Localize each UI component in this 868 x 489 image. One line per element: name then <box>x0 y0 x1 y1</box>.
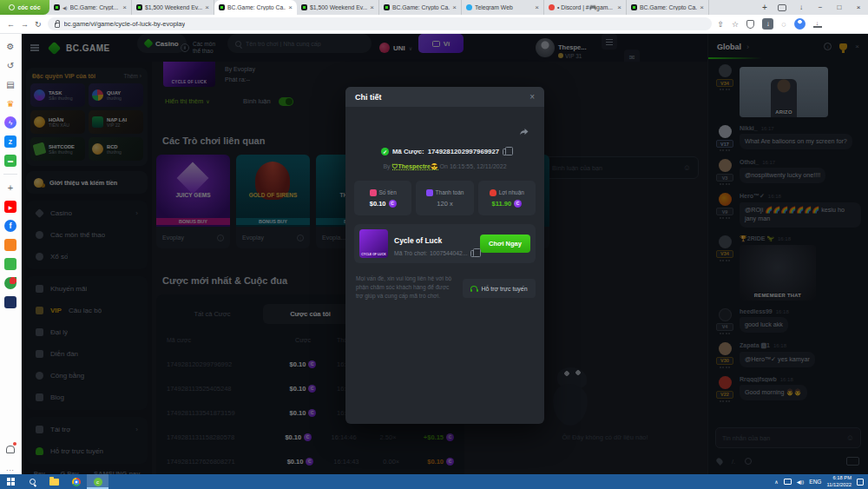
coin-icon <box>389 200 397 208</box>
back-icon[interactable]: ← <box>7 20 15 29</box>
clock[interactable]: 6:18 PM11/12/2022 <box>826 475 852 487</box>
browser-sidebar-icon[interactable] <box>4 277 16 289</box>
tab-close-icon[interactable] <box>452 3 457 11</box>
sidebar-bell-icon[interactable] <box>4 443 16 455</box>
modal-game-thumbnail[interactable]: CYCLE OF LUCK <box>359 229 388 258</box>
headset-icon <box>470 286 477 290</box>
play-now-button[interactable]: Chơi Ngay <box>480 235 530 253</box>
action-center-icon[interactable] <box>857 479 864 486</box>
browser-sidebar-icon[interactable] <box>4 239 16 251</box>
close-button[interactable]: × <box>849 0 868 15</box>
language-indicator[interactable]: ENG <box>809 479 821 485</box>
new-tab-button[interactable]: + <box>757 0 773 15</box>
lock-icon[interactable] <box>55 23 60 28</box>
folder-icon <box>49 479 59 486</box>
address-bar[interactable]: bc.game/vi/game/cycle-of-luck-by-evoplay <box>48 17 712 30</box>
browser-sidebar-icon[interactable] <box>4 135 16 148</box>
system-tray: ∧ ◀)) ENG 6:18 PM11/12/2022 <box>774 475 868 487</box>
share-icon[interactable]: ⇧ <box>718 20 725 29</box>
adblock-shield-icon[interactable] <box>746 20 754 29</box>
browser-sidebar: ... <box>0 34 22 474</box>
browser-sidebar-icon[interactable] <box>4 97 16 109</box>
browser-tab[interactable]: BC.Game: Crypto Ca... <box>379 0 462 15</box>
browser-tab[interactable]: BC.Game: Crypto Ca... <box>214 0 297 15</box>
download-active-icon[interactable]: ↓ <box>762 18 773 30</box>
tab-close-icon[interactable] <box>122 3 127 11</box>
browser-sidebar-icon[interactable] <box>4 155 16 167</box>
browser-sidebar-icon[interactable] <box>4 296 16 308</box>
tab-favicon <box>54 4 60 10</box>
browser-sidebar-icon[interactable] <box>4 220 16 232</box>
browser-sidebar-icon[interactable] <box>4 201 16 213</box>
browser-sidebar-icon[interactable] <box>3 174 17 175</box>
modal-close-icon[interactable] <box>529 92 535 102</box>
browser-tab[interactable]: $1,500 Weekend Ev... <box>132 0 214 15</box>
copy-icon[interactable] <box>470 250 477 257</box>
taskbar-chrome[interactable] <box>65 474 87 489</box>
tab-favicon <box>384 4 390 10</box>
stat-icon <box>426 189 433 196</box>
bet-details-modal: Chi tiết Mã Cược: 1749281202997969927 By… <box>345 87 544 424</box>
browser-sidebar-icon[interactable] <box>4 59 16 71</box>
taskbar-explorer[interactable] <box>43 474 65 489</box>
tab-audio-icon[interactable] <box>62 5 68 10</box>
browser-sidebar-icon[interactable] <box>4 116 16 129</box>
forward-icon[interactable]: → <box>21 20 29 29</box>
share-icon[interactable] <box>519 127 529 137</box>
modal-game-card: CYCLE OF LUCK Cycle of Luck Mã Trò chơi:… <box>354 224 536 263</box>
live-support-button[interactable]: Hỗ trợ trực tuyến <box>463 279 536 298</box>
copy-icon[interactable] <box>503 149 509 155</box>
browser-tab[interactable]: BC.Game: Crypt... <box>49 0 132 15</box>
tab-favicon <box>631 4 637 10</box>
modal-game-name: Cycle of Luck <box>394 236 442 245</box>
pin-window-icon[interactable]: ↓ <box>792 0 811 15</box>
coin-icon <box>514 200 522 208</box>
browser-sidebar-icon[interactable] <box>4 258 16 270</box>
tab-close-icon[interactable] <box>535 3 539 11</box>
browser-sidebar-icon[interactable] <box>4 40 16 52</box>
notification-bell-icon[interactable]: ◌ <box>781 20 786 29</box>
bookmark-icon[interactable]: ☆ <box>732 20 739 29</box>
browser-tab[interactable]: BC.Game: Crypto Ca... <box>627 0 709 15</box>
browser-tab[interactable]: $1,500 Weekend Ev... <box>297 0 379 15</box>
downloads-tray-icon[interactable]: ↓ <box>813 21 822 28</box>
game-id-value: 1007544042... <box>430 250 467 256</box>
modal-support-row: Mọi vấn đề, xin vui lòng liên hệ với bộ … <box>356 274 536 301</box>
minimize-button[interactable]: − <box>811 0 830 15</box>
screen: cốc cốc BC.Game: Crypt... $1,500 Weekend… <box>0 0 868 489</box>
sidebar-more-icon[interactable]: ... <box>4 462 16 474</box>
coccoc-logo[interactable]: cốc cốc <box>0 0 49 15</box>
browser-profile-avatar[interactable] <box>794 18 806 30</box>
reload-icon[interactable]: ↻ <box>35 20 42 29</box>
browser-tab[interactable]: • Discord | #🎮gam... <box>544 0 627 15</box>
tray-expand-icon[interactable]: ∧ <box>774 479 778 485</box>
bet-author-line: By 🛡Thespectre😎 On 16:15:55, 12/11/2022 <box>345 163 544 170</box>
start-button[interactable] <box>0 474 22 489</box>
tab-close-icon[interactable] <box>700 3 704 11</box>
browser-tab[interactable]: Telegram Web <box>462 0 544 15</box>
window-controls: ↓ − □ × <box>773 0 868 15</box>
success-check-icon <box>381 148 389 155</box>
browser-tabs: BC.Game: Crypt... $1,500 Weekend Ev... B… <box>49 0 757 15</box>
volume-icon[interactable]: ◀)) <box>797 479 805 485</box>
taskbar-search[interactable] <box>22 474 43 489</box>
browser-sidebar-icon[interactable] <box>4 78 16 90</box>
stat-icon <box>370 189 377 196</box>
maximize-button[interactable]: □ <box>830 0 849 15</box>
bet-author-link[interactable]: 🛡Thespectre😎 <box>392 163 438 170</box>
modal-title: Chi tiết <box>355 93 382 102</box>
search-icon <box>30 479 36 485</box>
stat-icon <box>490 189 496 196</box>
bet-id-line: Mã Cược: 1749281202997969927 <box>345 148 544 155</box>
tab-close-icon[interactable] <box>617 3 621 11</box>
tab-favicon <box>549 4 555 10</box>
network-icon[interactable] <box>784 479 792 485</box>
taskbar-coccoc[interactable]: c <box>87 474 108 489</box>
windows-logo-icon <box>7 478 15 486</box>
tab-close-icon[interactable] <box>288 3 293 11</box>
browser-sidebar-icon[interactable] <box>4 182 16 194</box>
tab-search-icon[interactable] <box>778 4 786 11</box>
tab-close-icon[interactable] <box>370 3 374 11</box>
chrome-icon <box>72 478 81 486</box>
tab-close-icon[interactable] <box>205 3 209 11</box>
